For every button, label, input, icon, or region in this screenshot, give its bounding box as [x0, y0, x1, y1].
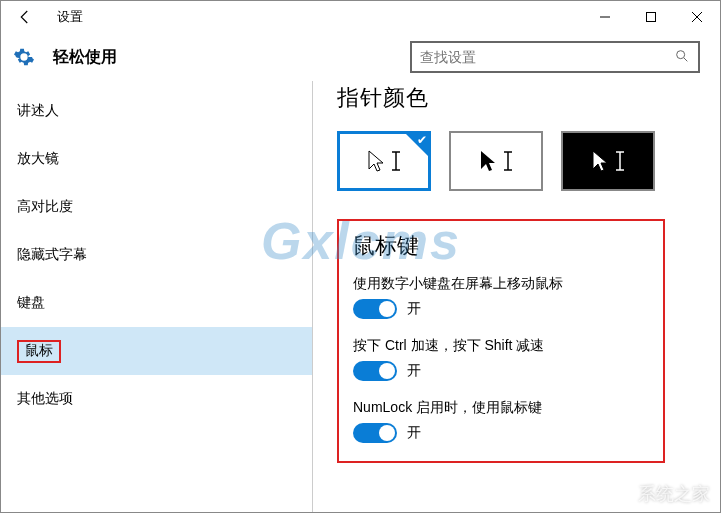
cursor-ibeam-icon	[391, 149, 401, 173]
toggle-state: 开	[407, 300, 421, 318]
toggle-numlock[interactable]	[353, 423, 397, 443]
toggle-mouse-keys[interactable]	[353, 299, 397, 319]
close-icon	[691, 11, 703, 23]
content: 讲述人 放大镜 高对比度 隐藏式字幕 键盘 鼠标 其他选项 指针颜色 ✔ 鼠标	[1, 81, 720, 512]
sidebar-item-narrator[interactable]: 讲述人	[1, 87, 312, 135]
search-input[interactable]	[420, 49, 674, 65]
pointer-option-black[interactable]	[449, 131, 543, 191]
sidebar-item-other-options[interactable]: 其他选项	[1, 375, 312, 423]
sidebar-item-label: 隐藏式字幕	[17, 246, 87, 264]
close-button[interactable]	[674, 1, 720, 33]
home-icon	[604, 483, 632, 505]
arrow-left-icon	[16, 8, 34, 26]
cursor-ibeam-icon	[615, 149, 625, 173]
gear-icon	[13, 46, 35, 68]
toggle-row: 开	[353, 423, 649, 443]
titlebar: 设置	[1, 1, 720, 33]
setting-label: 使用数字小键盘在屏幕上移动鼠标	[353, 275, 649, 293]
svg-point-4	[677, 50, 685, 58]
sidebar-item-label: 键盘	[17, 294, 45, 312]
sidebar-item-mouse[interactable]: 鼠标	[1, 327, 312, 375]
main-panel: 指针颜色 ✔ 鼠标键 使用数字小键盘在屏幕上移动鼠标 开	[313, 81, 720, 512]
setting-label: NumLock 启用时，使用鼠标键	[353, 399, 649, 417]
minimize-icon	[599, 11, 611, 23]
sidebar-item-label: 鼠标	[17, 340, 61, 363]
mouse-keys-section: 鼠标键 使用数字小键盘在屏幕上移动鼠标 开 按下 Ctrl 加速，按下 Shif…	[337, 219, 665, 463]
footer-watermark: 系统之家	[604, 482, 710, 506]
search-icon	[674, 48, 690, 67]
mouse-keys-title: 鼠标键	[353, 231, 649, 261]
cursor-ibeam-icon	[503, 149, 513, 173]
toggle-state: 开	[407, 424, 421, 442]
setting-label: 按下 Ctrl 加速，按下 Shift 减速	[353, 337, 649, 355]
svg-line-5	[684, 58, 687, 61]
toggle-row: 开	[353, 299, 649, 319]
pointer-color-row: ✔	[337, 131, 696, 191]
svg-rect-1	[647, 13, 656, 22]
sidebar-item-label: 讲述人	[17, 102, 59, 120]
window-title: 设置	[57, 8, 83, 26]
header: 轻松使用	[1, 33, 720, 81]
sidebar-item-label: 其他选项	[17, 390, 73, 408]
check-icon: ✔	[417, 133, 427, 147]
toggle-state: 开	[407, 362, 421, 380]
search-box[interactable]	[410, 41, 700, 73]
window-controls	[582, 1, 720, 33]
pointer-option-inverted[interactable]	[561, 131, 655, 191]
toggle-row: 开	[353, 361, 649, 381]
toggle-ctrl-shift-speed[interactable]	[353, 361, 397, 381]
sidebar-item-magnifier[interactable]: 放大镜	[1, 135, 312, 183]
maximize-icon	[645, 11, 657, 23]
pointer-option-white[interactable]: ✔	[337, 131, 431, 191]
pointer-color-title: 指针颜色	[337, 83, 696, 113]
maximize-button[interactable]	[628, 1, 674, 33]
sidebar-item-keyboard[interactable]: 键盘	[1, 279, 312, 327]
page-title: 轻松使用	[53, 47, 117, 68]
cursor-arrow-icon	[591, 149, 609, 173]
sidebar-item-label: 放大镜	[17, 150, 59, 168]
back-button[interactable]	[1, 1, 49, 33]
sidebar-item-closed-captions[interactable]: 隐藏式字幕	[1, 231, 312, 279]
minimize-button[interactable]	[582, 1, 628, 33]
cursor-arrow-icon	[367, 149, 385, 173]
sidebar: 讲述人 放大镜 高对比度 隐藏式字幕 键盘 鼠标 其他选项	[1, 81, 313, 512]
sidebar-item-high-contrast[interactable]: 高对比度	[1, 183, 312, 231]
sidebar-item-label: 高对比度	[17, 198, 73, 216]
cursor-arrow-icon	[479, 149, 497, 173]
